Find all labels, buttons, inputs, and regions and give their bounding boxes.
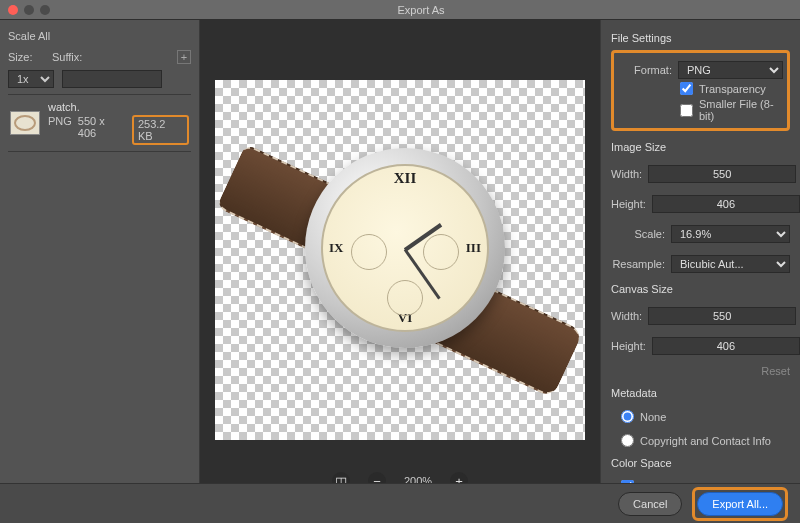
height-label: Height: (611, 198, 646, 210)
file-settings-heading: File Settings (611, 32, 790, 44)
asset-filesize: 253.2 KB (132, 115, 189, 145)
scale-label: Scale: (611, 228, 665, 240)
asset-name: watch. (48, 101, 189, 113)
scale-percent-select[interactable]: 16.9% (671, 225, 790, 243)
scale-select[interactable]: 1x (8, 70, 54, 88)
asset-row[interactable]: watch. PNG 550 x 406 253.2 KB (8, 94, 191, 152)
transparency-label: Transparency (699, 83, 766, 95)
close-window-icon[interactable] (8, 5, 18, 15)
suffix-input[interactable] (62, 70, 162, 88)
height-input[interactable] (652, 195, 800, 213)
width-input[interactable] (648, 165, 796, 183)
asset-format: PNG (48, 115, 72, 145)
minimize-window-icon (24, 5, 34, 15)
cancel-button[interactable]: Cancel (618, 492, 682, 516)
format-label: Format: (618, 64, 672, 76)
canvas-size-heading: Canvas Size (611, 283, 790, 295)
resample-label: Resample: (611, 258, 665, 270)
window-titlebar: Export As (0, 0, 800, 20)
window-title: Export As (50, 4, 792, 16)
scale-all-heading: Scale All (8, 30, 191, 42)
suffix-label: Suffix: (52, 51, 102, 63)
maximize-window-icon (40, 5, 50, 15)
right-panel: File Settings Format: PNG Transparency S… (600, 20, 800, 500)
metadata-none-radio[interactable] (621, 410, 634, 423)
format-select[interactable]: PNG (678, 61, 783, 79)
watch-image: XIIIIIVIIX (245, 120, 555, 400)
export-all-button[interactable]: Export All... (697, 492, 783, 516)
smaller-file-label: Smaller File (8-bit) (699, 98, 783, 122)
transparency-checkbox[interactable] (680, 82, 693, 95)
canvas-width-label: Width: (611, 310, 642, 322)
traffic-lights (8, 5, 50, 15)
canvas-height-input[interactable] (652, 337, 800, 355)
metadata-heading: Metadata (611, 387, 790, 399)
file-settings-group: Format: PNG Transparency Smaller File (8… (611, 50, 790, 131)
dialog-footer: Cancel Export All... (0, 483, 800, 523)
width-label: Width: (611, 168, 642, 180)
left-panel: Scale All Size: Suffix: + 1x watch. PNG … (0, 20, 200, 500)
preview-canvas[interactable]: XIIIIIVIIX (215, 80, 585, 440)
preview-panel: XIIIIIVIIX ◫ − 200% + (200, 20, 600, 500)
metadata-none-label: None (640, 411, 666, 423)
metadata-copyright-label: Copyright and Contact Info (640, 435, 771, 447)
canvas-height-label: Height: (611, 340, 646, 352)
resample-select[interactable]: Bicubic Aut... (671, 255, 790, 273)
size-label: Size: (8, 51, 44, 63)
asset-thumbnail (10, 111, 40, 135)
color-space-heading: Color Space (611, 457, 790, 469)
asset-dimensions: 550 x 406 (78, 115, 126, 145)
smaller-file-checkbox[interactable] (680, 104, 693, 117)
image-size-heading: Image Size (611, 141, 790, 153)
canvas-width-input[interactable] (648, 307, 796, 325)
metadata-copyright-radio[interactable] (621, 434, 634, 447)
add-scale-button[interactable]: + (177, 50, 191, 64)
reset-button[interactable]: Reset (611, 365, 790, 377)
